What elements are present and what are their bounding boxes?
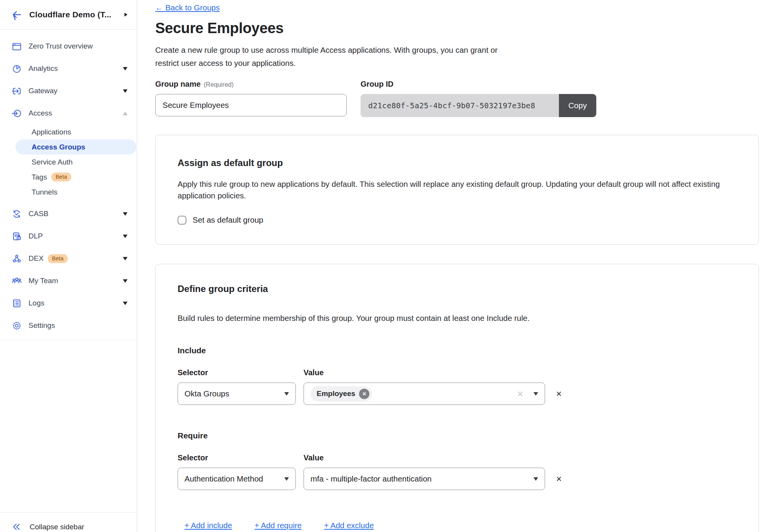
required-hint: (Required) xyxy=(204,81,234,88)
sidebar-item-label: DLP xyxy=(29,232,43,240)
sidebar-account-header[interactable]: Cloudflare Demo (T... xyxy=(0,0,137,30)
clear-value-icon[interactable]: ✕ xyxy=(517,390,523,398)
main-content: ← Back to Groups Secure Employees Create… xyxy=(138,0,770,532)
value-label: Value xyxy=(304,453,545,462)
dropdown-caret-icon xyxy=(284,477,289,481)
add-include-link[interactable]: + Add include xyxy=(185,521,232,530)
beta-badge: Beta xyxy=(51,173,71,181)
chevron-down-icon[interactable] xyxy=(123,67,127,70)
remove-include-rule-icon[interactable]: ✕ xyxy=(556,383,562,405)
group-id-value: d21ce80f-5a25-4bcf-9b07-5032197e3be8 xyxy=(361,94,559,117)
chevron-down-icon[interactable] xyxy=(123,212,127,216)
pie-chart-icon xyxy=(12,64,22,74)
sidebar-item-dlp[interactable]: DLP xyxy=(0,225,137,247)
sidebar-item-my-team[interactable]: My Team xyxy=(0,270,137,292)
criteria-card-title: Define group criteria xyxy=(178,284,736,294)
chevron-down-icon[interactable] xyxy=(123,279,127,283)
sidebar-subitem-label: Tags xyxy=(32,173,47,181)
sidebar-divider xyxy=(0,340,137,340)
sidebar-item-label: Logs xyxy=(29,299,44,307)
logs-icon xyxy=(12,298,22,309)
group-name-label: Group name xyxy=(155,80,201,88)
copy-button[interactable]: Copy xyxy=(559,94,596,117)
default-group-card-title: Assign as default group xyxy=(178,158,736,168)
criteria-card-description: Build rules to determine membership of t… xyxy=(178,314,736,323)
sidebar-item-label: Settings xyxy=(29,321,55,330)
dlp-lock-icon xyxy=(12,231,22,242)
group-meta-row: Group name(Required) Group ID d21ce80f-5… xyxy=(155,80,759,117)
add-require-link[interactable]: + Add require xyxy=(255,521,302,530)
dropdown-caret-icon xyxy=(284,392,289,396)
sidebar-item-label: Analytics xyxy=(29,64,58,73)
window-icon xyxy=(12,41,22,52)
sidebar-item-label: DEX xyxy=(29,254,44,263)
chevron-up-icon[interactable] xyxy=(123,112,127,115)
dropdown-caret-icon xyxy=(533,392,538,396)
sidebar-item-label: Gateway xyxy=(29,87,57,95)
value-chip: Employees ✕ xyxy=(310,386,372,401)
require-value-dropdown[interactable]: mfa - multiple-factor authentication xyxy=(304,468,545,490)
include-selector-dropdown[interactable]: Okta Groups xyxy=(178,383,296,405)
sidebar-item-tunnels[interactable]: Tunnels xyxy=(0,185,137,200)
set-default-group-label: Set as default group xyxy=(193,215,263,225)
set-default-group-checkbox[interactable] xyxy=(178,216,186,225)
sidebar-item-gateway[interactable]: Gateway xyxy=(0,80,137,102)
sidebar-item-dex[interactable]: DEX Beta xyxy=(0,247,137,270)
sidebar-item-zero-trust-overview[interactable]: Zero Trust overview xyxy=(0,35,137,57)
group-name-input[interactable] xyxy=(155,94,347,116)
gear-icon xyxy=(12,321,22,331)
value-label: Value xyxy=(304,368,545,377)
criteria-card: Define group criteria Build rules to det… xyxy=(155,264,759,532)
sidebar-item-tags[interactable]: Tags Beta xyxy=(0,170,137,185)
require-selector-dropdown[interactable]: Authentication Method xyxy=(178,468,296,490)
sidebar-item-label: My Team xyxy=(29,277,58,285)
account-name: Cloudflare Demo (T... xyxy=(29,10,111,19)
include-value-multiselect[interactable]: Employees ✕ ✕ xyxy=(304,383,545,405)
include-section-label: Include xyxy=(178,346,736,355)
chevron-down-icon[interactable] xyxy=(123,257,127,260)
sidebar-item-label: Access xyxy=(29,109,52,117)
sidebar-item-analytics[interactable]: Analytics xyxy=(0,57,137,80)
set-default-group-row[interactable]: Set as default group xyxy=(178,215,736,225)
include-selector-value: Okta Groups xyxy=(185,389,229,398)
sidebar-subitem-label: Applications xyxy=(32,128,71,136)
back-arrow-icon[interactable] xyxy=(12,9,22,20)
chip-remove-icon[interactable]: ✕ xyxy=(359,389,369,399)
add-exclude-link[interactable]: + Add exclude xyxy=(324,521,374,530)
sidebar-subitem-label: Access Groups xyxy=(32,143,85,151)
require-value-text: mfa - multiple-factor authentication xyxy=(310,474,431,483)
sidebar-subitem-label: Tunnels xyxy=(32,188,57,196)
sidebar-item-applications[interactable]: Applications xyxy=(0,124,137,139)
sidebar-item-access-groups[interactable]: Access Groups xyxy=(15,139,136,154)
access-icon xyxy=(12,108,22,119)
chevron-down-icon[interactable] xyxy=(123,89,127,93)
value-chip-label: Employees xyxy=(317,389,355,398)
include-value-field: Value Employees ✕ ✕ xyxy=(304,368,545,405)
include-rule-row: Selector Okta Groups Value Employees ✕ ✕ xyxy=(178,368,736,405)
sidebar-item-logs[interactable]: Logs xyxy=(0,292,137,314)
remove-require-rule-icon[interactable]: ✕ xyxy=(556,468,562,490)
group-id-label: Group ID xyxy=(361,80,596,89)
require-rule-row: Selector Authentication Method Value mfa… xyxy=(178,453,736,490)
require-selector-field: Selector Authentication Method xyxy=(178,453,296,490)
sidebar-item-casb[interactable]: CASB xyxy=(0,203,137,225)
sidebar-item-access[interactable]: Access xyxy=(0,102,137,124)
double-chevron-left-icon xyxy=(12,522,21,532)
page-description: Create a new rule group to use across mu… xyxy=(155,44,521,70)
caret-right-icon xyxy=(124,13,127,17)
sidebar-item-service-auth[interactable]: Service Auth xyxy=(0,154,137,170)
page-title: Secure Employees xyxy=(155,20,759,37)
beta-badge: Beta xyxy=(48,254,68,263)
sidebar-item-label: CASB xyxy=(29,210,49,218)
group-id-field: Group ID d21ce80f-5a25-4bcf-9b07-5032197… xyxy=(361,80,596,117)
chevron-down-icon[interactable] xyxy=(123,302,127,305)
selector-label: Selector xyxy=(178,453,296,462)
chevron-down-icon[interactable] xyxy=(123,235,127,238)
sidebar-item-settings[interactable]: Settings xyxy=(0,314,137,337)
include-selector-field: Selector Okta Groups xyxy=(178,368,296,405)
sidebar-nav: Zero Trust overview Analytics Gateway xyxy=(0,30,137,340)
sidebar: Cloudflare Demo (T... Zero Trust overvie… xyxy=(0,0,137,532)
add-rule-links: + Add include + Add require + Add exclud… xyxy=(185,521,736,530)
back-to-groups-link[interactable]: ← Back to Groups xyxy=(155,3,220,12)
collapse-sidebar-button[interactable]: Collapse sidebar xyxy=(0,512,137,532)
